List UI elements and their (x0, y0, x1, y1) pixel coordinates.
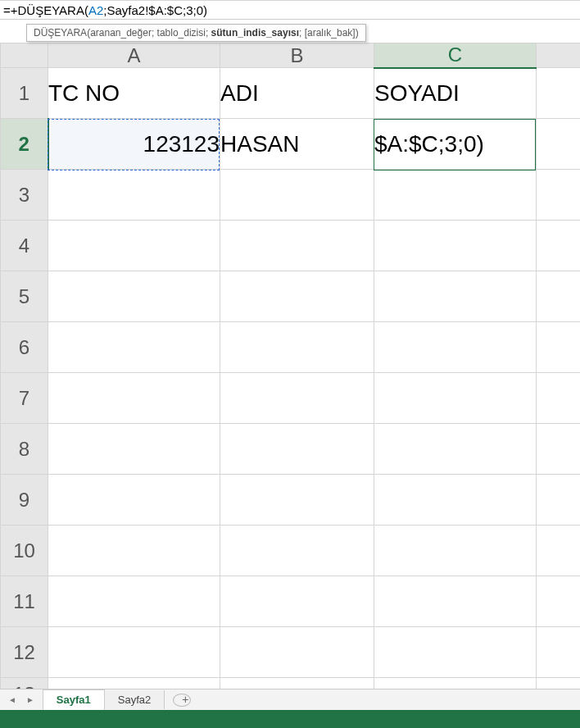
cell-B3[interactable] (220, 170, 374, 221)
col-header-extra[interactable] (537, 43, 581, 68)
col-header-B[interactable]: B (220, 43, 374, 68)
cell-B10[interactable] (220, 526, 374, 576)
cell-D1[interactable] (537, 68, 581, 119)
cell-A12[interactable] (48, 627, 220, 678)
cell-B1[interactable]: ADI (220, 68, 374, 119)
cell-A10[interactable] (48, 526, 220, 576)
tab-nav: ◄ ► (0, 695, 43, 704)
cell-D2[interactable] (537, 119, 581, 170)
cell-C6[interactable] (374, 322, 537, 373)
cell-C10[interactable] (374, 526, 537, 576)
formula-prefix: =+DÜŞEYARA( (3, 3, 88, 17)
cell-B9[interactable] (220, 475, 374, 526)
sheet-tab-active[interactable]: Sayfa1 (43, 689, 105, 711)
status-bar (0, 710, 580, 728)
cell-D9[interactable] (537, 475, 581, 526)
cell-A3[interactable] (48, 170, 220, 221)
cell-A2[interactable]: 123123 (48, 119, 220, 170)
row-header-11[interactable]: 11 (1, 576, 48, 627)
row-header-1[interactable]: 1 (1, 68, 48, 119)
row-header-6[interactable]: 6 (1, 322, 48, 373)
cell-D10[interactable] (537, 526, 581, 576)
cell-D7[interactable] (537, 373, 581, 424)
tab-nav-prev-icon[interactable]: ◄ (8, 695, 16, 704)
select-all-corner[interactable] (1, 43, 48, 68)
formula-bar[interactable]: =+DÜŞEYARA(A2;Sayfa2!$A:$C;3;0) (0, 0, 580, 20)
tooltip-arg3[interactable]: sütun_indis_sayısı (211, 27, 299, 39)
row-header-3[interactable]: 3 (1, 170, 48, 221)
cell-A11[interactable] (48, 576, 220, 627)
sheet-tab-other[interactable]: Sayfa2 (105, 690, 165, 709)
row-header-2[interactable]: 2 (1, 119, 48, 170)
cell-C8[interactable] (374, 424, 537, 475)
cell-A5[interactable] (48, 271, 220, 322)
cell-A1[interactable]: TC NO (48, 68, 220, 119)
cell-A9[interactable] (48, 475, 220, 526)
row-header-7[interactable]: 7 (1, 373, 48, 424)
cell-D3[interactable] (537, 170, 581, 221)
function-tooltip: DÜŞEYARA(aranan_değer; tablo_dizisi; süt… (26, 24, 366, 42)
tooltip-fn: DÜŞEYARA (34, 27, 87, 39)
cell-C9[interactable] (374, 475, 537, 526)
cell-C11[interactable] (374, 576, 537, 627)
cell-B5[interactable] (220, 271, 374, 322)
tab-nav-next-icon[interactable]: ► (26, 695, 34, 704)
cell-D11[interactable] (537, 576, 581, 627)
cell-A7[interactable] (48, 373, 220, 424)
row-header-9[interactable]: 9 (1, 475, 48, 526)
tooltip-arg1: aranan_değer (90, 27, 152, 39)
row-header-12[interactable]: 12 (1, 627, 48, 678)
col-header-A[interactable]: A (48, 43, 220, 68)
cell-C3[interactable] (374, 170, 537, 221)
cell-B11[interactable] (220, 576, 374, 627)
cell-B4[interactable] (220, 221, 374, 271)
cell-D4[interactable] (537, 221, 581, 271)
tooltip-arg4: [aralık_bak] (305, 27, 356, 39)
cell-D12[interactable] (537, 627, 581, 678)
row-header-4[interactable]: 4 (1, 221, 48, 271)
spreadsheet-grid[interactable]: A B C 1 TC NO ADI SOYADI 2 123123 HASAN … (0, 43, 580, 711)
sheet-tab-bar: ◄ ► Sayfa1 Sayfa2 + (0, 689, 580, 710)
col-header-C[interactable]: C (374, 43, 537, 68)
row-header-8[interactable]: 8 (1, 424, 48, 475)
cell-C12[interactable] (374, 627, 537, 678)
add-sheet-button[interactable]: + (173, 694, 191, 707)
tooltip-arg2: tablo_dizisi (157, 27, 206, 39)
cell-C7[interactable] (374, 373, 537, 424)
cell-C1[interactable]: SOYADI (374, 68, 537, 119)
cell-D6[interactable] (537, 322, 581, 373)
row-header-10[interactable]: 10 (1, 526, 48, 576)
row-header-5[interactable]: 5 (1, 271, 48, 322)
cell-B2[interactable]: HASAN (220, 119, 374, 170)
formula-arg-ref: A2 (88, 3, 103, 17)
cell-A4[interactable] (48, 221, 220, 271)
cell-A8[interactable] (48, 424, 220, 475)
cell-B8[interactable] (220, 424, 374, 475)
cell-D8[interactable] (537, 424, 581, 475)
cell-B12[interactable] (220, 627, 374, 678)
cell-C5[interactable] (374, 271, 537, 322)
cell-B6[interactable] (220, 322, 374, 373)
cell-B7[interactable] (220, 373, 374, 424)
cell-C4[interactable] (374, 221, 537, 271)
cell-A6[interactable] (48, 322, 220, 373)
cell-C2[interactable]: $A:$C;3;0) (374, 119, 537, 170)
cell-D5[interactable] (537, 271, 581, 322)
formula-rest: ;Sayfa2!$A:$C;3;0) (103, 3, 207, 17)
